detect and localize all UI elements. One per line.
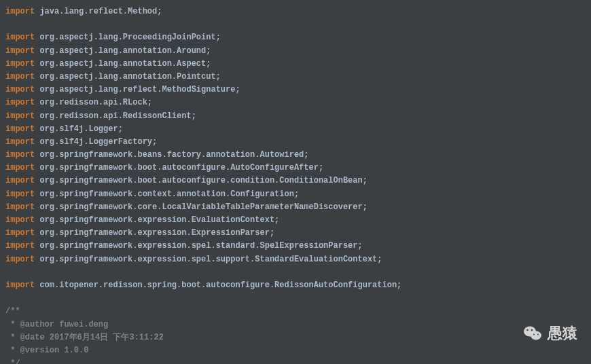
- wechat-icon: [523, 325, 542, 342]
- code-line: [5, 292, 586, 305]
- code-line: import org.aspectj.lang.annotation.Aspec…: [5, 58, 586, 71]
- code-line: import org.springframework.expression.Ex…: [5, 227, 586, 240]
- keyword: import: [5, 111, 35, 121]
- import-path: java.lang.reflect.Method;: [35, 7, 162, 16]
- keyword: import: [5, 228, 35, 238]
- keyword: import: [5, 255, 35, 264]
- code-line: import org.redisson.api.RLock;: [5, 96, 586, 109]
- comment-line: * @date 2017年6月14日 下午3:11:22: [5, 331, 586, 344]
- import-path: org.springframework.beans.factory.annota…: [35, 150, 308, 160]
- code-line: import org.springframework.context.annot…: [5, 188, 586, 201]
- watermark: 愚猿: [523, 323, 577, 344]
- import-path: org.aspectj.lang.annotation.Around;: [35, 46, 211, 56]
- keyword: import: [5, 59, 35, 69]
- code-line: import org.springframework.core.LocalVar…: [5, 201, 586, 214]
- keyword: import: [5, 124, 35, 134]
- code-editor-content: import java.lang.reflect.Method; import …: [5, 5, 586, 364]
- code-line: import org.slf4j.Logger;: [5, 123, 586, 136]
- code-line: import java.lang.reflect.Method;: [5, 5, 586, 18]
- code-line: [5, 18, 586, 31]
- comment-line: * @author fuwei.deng: [5, 318, 586, 331]
- code-line: import org.redisson.api.RedissonClient;: [5, 110, 586, 123]
- import-path: org.slf4j.Logger;: [35, 124, 123, 134]
- svg-point-2: [526, 329, 529, 331]
- import-path: org.aspectj.lang.reflect.MethodSignature…: [35, 85, 240, 94]
- import-path: org.aspectj.lang.annotation.Aspect;: [35, 59, 211, 69]
- keyword: import: [5, 241, 35, 251]
- keyword: import: [5, 202, 35, 212]
- code-line: import org.aspectj.lang.reflect.MethodSi…: [5, 84, 586, 96]
- keyword: import: [5, 33, 35, 42]
- import-path: org.redisson.api.RLock;: [35, 98, 152, 107]
- import-path: org.springframework.boot.autoconfigure.c…: [35, 176, 368, 185]
- code-line: import org.aspectj.lang.annotation.Point…: [5, 71, 586, 84]
- code-line: import org.aspectj.lang.annotation.Aroun…: [5, 45, 586, 58]
- import-path: org.springframework.expression.spel.supp…: [35, 255, 382, 264]
- comment-line: /**: [5, 305, 586, 318]
- svg-point-5: [537, 334, 539, 335]
- comment-line: */: [5, 357, 586, 364]
- keyword: import: [5, 280, 35, 290]
- keyword: import: [5, 215, 35, 225]
- import-path: org.springframework.core.LocalVariableTa…: [35, 202, 368, 212]
- import-path: org.aspectj.lang.annotation.Pointcut;: [35, 72, 221, 81]
- keyword: import: [5, 150, 35, 160]
- import-path: org.springframework.expression.Evaluatio…: [35, 215, 279, 225]
- code-line: import org.springframework.boot.autoconf…: [5, 162, 586, 175]
- keyword: import: [5, 46, 35, 56]
- import-path: org.aspectj.lang.ProceedingJoinPoint;: [35, 33, 221, 42]
- comment-line: * @version 1.0.0: [5, 344, 586, 357]
- import-path: org.springframework.expression.spel.stan…: [35, 241, 362, 251]
- keyword: import: [5, 189, 35, 199]
- code-line: import org.springframework.beans.factory…: [5, 149, 586, 162]
- import-path: com.itopener.redisson.spring.boot.autoco…: [35, 280, 401, 290]
- keyword: import: [5, 85, 35, 94]
- import-path: org.slf4j.LoggerFactory;: [35, 137, 157, 147]
- import-path: org.springframework.expression.Expressio…: [35, 228, 274, 238]
- code-line: import org.springframework.expression.sp…: [5, 253, 586, 266]
- code-line: import org.springframework.expression.sp…: [5, 240, 586, 253]
- watermark-text: 愚猿: [548, 323, 577, 344]
- code-line: import org.springframework.boot.autoconf…: [5, 175, 586, 187]
- import-path: org.redisson.api.RedissonClient;: [35, 111, 196, 121]
- keyword: import: [5, 7, 35, 16]
- import-path: org.springframework.boot.autoconfigure.A…: [35, 163, 323, 172]
- code-line: import org.springframework.expression.Ev…: [5, 214, 586, 227]
- code-line: import org.slf4j.LoggerFactory;: [5, 136, 586, 149]
- svg-point-3: [531, 329, 533, 331]
- svg-point-4: [533, 334, 535, 335]
- keyword: import: [5, 163, 35, 172]
- svg-point-1: [531, 331, 541, 340]
- keyword: import: [5, 176, 35, 185]
- code-line: import com.itopener.redisson.spring.boot…: [5, 279, 586, 292]
- keyword: import: [5, 72, 35, 81]
- keyword: import: [5, 137, 35, 147]
- code-line: import org.aspectj.lang.ProceedingJoinPo…: [5, 31, 586, 44]
- import-path: org.springframework.context.annotation.C…: [35, 189, 299, 199]
- keyword: import: [5, 98, 35, 107]
- code-line: [5, 266, 586, 279]
